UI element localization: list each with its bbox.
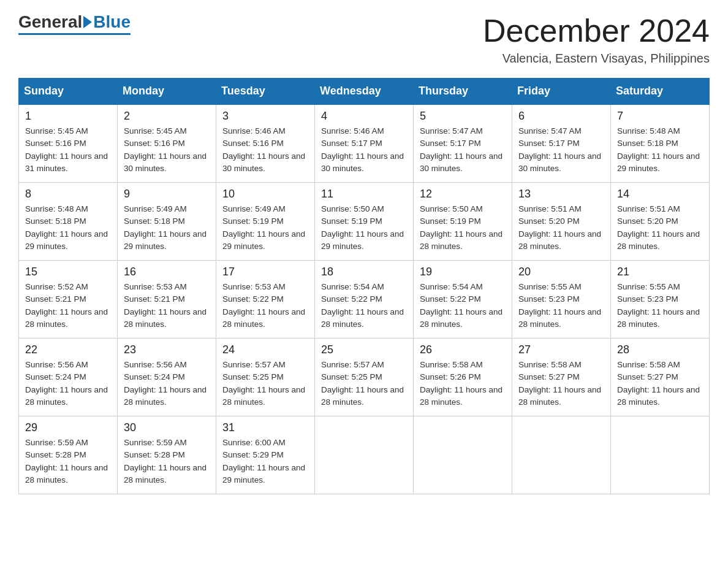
calendar-cell: 31Sunrise: 6:00 AMSunset: 5:29 PMDayligh… <box>216 416 315 494</box>
calendar-cell <box>315 416 414 494</box>
day-number: 7 <box>617 110 703 123</box>
day-number: 13 <box>518 188 604 201</box>
day-info: Sunrise: 5:54 AMSunset: 5:22 PMDaylight:… <box>420 281 506 331</box>
calendar-cell: 23Sunrise: 5:56 AMSunset: 5:24 PMDayligh… <box>118 339 216 416</box>
month-title: December 2024 <box>483 12 710 49</box>
calendar-cell: 13Sunrise: 5:51 AMSunset: 5:20 PMDayligh… <box>512 183 611 261</box>
week-row-1: 1Sunrise: 5:45 AMSunset: 5:16 PMDaylight… <box>19 104 710 183</box>
day-info: Sunrise: 5:50 AMSunset: 5:19 PMDaylight:… <box>321 203 407 253</box>
day-number: 26 <box>420 343 506 356</box>
logo-arrow-icon <box>83 16 92 28</box>
calendar-cell: 8Sunrise: 5:48 AMSunset: 5:18 PMDaylight… <box>19 183 118 261</box>
day-info: Sunrise: 5:55 AMSunset: 5:23 PMDaylight:… <box>617 281 703 331</box>
day-number: 2 <box>124 110 210 123</box>
day-info: Sunrise: 5:53 AMSunset: 5:22 PMDaylight:… <box>222 281 308 331</box>
day-number: 23 <box>124 343 210 356</box>
logo-general-text: General <box>18 12 82 32</box>
day-info: Sunrise: 5:57 AMSunset: 5:25 PMDaylight:… <box>222 359 308 408</box>
calendar-header-thursday: Thursday <box>414 79 512 105</box>
calendar-cell: 29Sunrise: 5:59 AMSunset: 5:28 PMDayligh… <box>19 416 118 494</box>
calendar-table: SundayMondayTuesdayWednesdayThursdayFrid… <box>18 78 710 494</box>
calendar-cell: 14Sunrise: 5:51 AMSunset: 5:20 PMDayligh… <box>611 183 710 261</box>
calendar-cell: 30Sunrise: 5:59 AMSunset: 5:28 PMDayligh… <box>118 416 216 494</box>
calendar-header-wednesday: Wednesday <box>315 79 414 105</box>
logo-underline <box>18 33 131 35</box>
calendar-header-row: SundayMondayTuesdayWednesdayThursdayFrid… <box>19 79 710 105</box>
day-info: Sunrise: 5:58 AMSunset: 5:26 PMDaylight:… <box>420 359 506 408</box>
day-number: 17 <box>222 266 308 278</box>
day-number: 18 <box>321 266 407 278</box>
day-info: Sunrise: 5:48 AMSunset: 5:18 PMDaylight:… <box>25 203 111 253</box>
day-info: Sunrise: 5:50 AMSunset: 5:19 PMDaylight:… <box>420 203 506 253</box>
calendar-cell: 21Sunrise: 5:55 AMSunset: 5:23 PMDayligh… <box>611 261 710 339</box>
week-row-4: 22Sunrise: 5:56 AMSunset: 5:24 PMDayligh… <box>19 339 710 416</box>
calendar-cell: 6Sunrise: 5:47 AMSunset: 5:17 PMDaylight… <box>512 104 611 183</box>
day-number: 9 <box>124 188 210 201</box>
calendar-cell <box>512 416 611 494</box>
calendar-cell: 27Sunrise: 5:58 AMSunset: 5:27 PMDayligh… <box>512 339 611 416</box>
day-number: 29 <box>25 421 111 434</box>
day-number: 12 <box>420 188 506 201</box>
day-info: Sunrise: 5:59 AMSunset: 5:28 PMDaylight:… <box>124 437 210 486</box>
day-number: 8 <box>25 188 111 201</box>
day-info: Sunrise: 5:45 AMSunset: 5:16 PMDaylight:… <box>25 125 111 175</box>
day-number: 21 <box>617 266 703 278</box>
calendar-cell: 20Sunrise: 5:55 AMSunset: 5:23 PMDayligh… <box>512 261 611 339</box>
day-info: Sunrise: 5:59 AMSunset: 5:28 PMDaylight:… <box>25 437 111 486</box>
day-number: 28 <box>617 343 703 356</box>
day-info: Sunrise: 5:53 AMSunset: 5:21 PMDaylight:… <box>124 281 210 331</box>
page-header: General Blue December 2024 Valencia, Eas… <box>18 12 710 66</box>
week-row-2: 8Sunrise: 5:48 AMSunset: 5:18 PMDaylight… <box>19 183 710 261</box>
day-number: 25 <box>321 343 407 356</box>
day-info: Sunrise: 5:48 AMSunset: 5:18 PMDaylight:… <box>617 125 703 175</box>
day-info: Sunrise: 5:55 AMSunset: 5:23 PMDaylight:… <box>518 281 604 331</box>
day-number: 4 <box>321 110 407 123</box>
day-number: 19 <box>420 266 506 278</box>
day-number: 14 <box>617 188 703 201</box>
day-number: 20 <box>518 266 604 278</box>
day-info: Sunrise: 5:52 AMSunset: 5:21 PMDaylight:… <box>25 281 111 331</box>
calendar-cell: 15Sunrise: 5:52 AMSunset: 5:21 PMDayligh… <box>19 261 118 339</box>
day-number: 22 <box>25 343 111 356</box>
day-info: Sunrise: 6:00 AMSunset: 5:29 PMDaylight:… <box>222 437 308 486</box>
calendar-cell: 3Sunrise: 5:46 AMSunset: 5:16 PMDaylight… <box>216 104 315 183</box>
calendar-cell: 18Sunrise: 5:54 AMSunset: 5:22 PMDayligh… <box>315 261 414 339</box>
calendar-cell: 1Sunrise: 5:45 AMSunset: 5:16 PMDaylight… <box>19 104 118 183</box>
calendar-cell: 26Sunrise: 5:58 AMSunset: 5:26 PMDayligh… <box>414 339 512 416</box>
day-info: Sunrise: 5:56 AMSunset: 5:24 PMDaylight:… <box>124 359 210 408</box>
day-info: Sunrise: 5:49 AMSunset: 5:18 PMDaylight:… <box>124 203 210 253</box>
calendar-cell <box>414 416 512 494</box>
calendar-cell: 4Sunrise: 5:46 AMSunset: 5:17 PMDaylight… <box>315 104 414 183</box>
calendar-cell: 7Sunrise: 5:48 AMSunset: 5:18 PMDaylight… <box>611 104 710 183</box>
calendar-cell: 12Sunrise: 5:50 AMSunset: 5:19 PMDayligh… <box>414 183 512 261</box>
calendar-header-sunday: Sunday <box>19 79 118 105</box>
day-number: 24 <box>222 343 308 356</box>
calendar-cell: 24Sunrise: 5:57 AMSunset: 5:25 PMDayligh… <box>216 339 315 416</box>
day-info: Sunrise: 5:58 AMSunset: 5:27 PMDaylight:… <box>518 359 604 408</box>
day-number: 3 <box>222 110 308 123</box>
day-info: Sunrise: 5:51 AMSunset: 5:20 PMDaylight:… <box>518 203 604 253</box>
week-row-5: 29Sunrise: 5:59 AMSunset: 5:28 PMDayligh… <box>19 416 710 494</box>
calendar-cell: 2Sunrise: 5:45 AMSunset: 5:16 PMDaylight… <box>118 104 216 183</box>
calendar-cell: 28Sunrise: 5:58 AMSunset: 5:27 PMDayligh… <box>611 339 710 416</box>
day-info: Sunrise: 5:51 AMSunset: 5:20 PMDaylight:… <box>617 203 703 253</box>
day-number: 11 <box>321 188 407 201</box>
calendar-cell: 17Sunrise: 5:53 AMSunset: 5:22 PMDayligh… <box>216 261 315 339</box>
day-number: 30 <box>124 421 210 434</box>
calendar-cell: 16Sunrise: 5:53 AMSunset: 5:21 PMDayligh… <box>118 261 216 339</box>
day-info: Sunrise: 5:46 AMSunset: 5:16 PMDaylight:… <box>222 125 308 175</box>
calendar-header-friday: Friday <box>512 79 611 105</box>
day-number: 5 <box>420 110 506 123</box>
day-number: 1 <box>25 110 111 123</box>
day-info: Sunrise: 5:47 AMSunset: 5:17 PMDaylight:… <box>518 125 604 175</box>
calendar-cell: 10Sunrise: 5:49 AMSunset: 5:19 PMDayligh… <box>216 183 315 261</box>
title-block: December 2024 Valencia, Eastern Visayas,… <box>483 12 710 66</box>
calendar-cell: 25Sunrise: 5:57 AMSunset: 5:25 PMDayligh… <box>315 339 414 416</box>
day-number: 27 <box>518 343 604 356</box>
day-info: Sunrise: 5:58 AMSunset: 5:27 PMDaylight:… <box>617 359 703 408</box>
logo-blue-text: Blue <box>93 12 131 32</box>
day-info: Sunrise: 5:54 AMSunset: 5:22 PMDaylight:… <box>321 281 407 331</box>
day-info: Sunrise: 5:56 AMSunset: 5:24 PMDaylight:… <box>25 359 111 408</box>
location-text: Valencia, Eastern Visayas, Philippines <box>483 52 710 66</box>
calendar-header-saturday: Saturday <box>611 79 710 105</box>
